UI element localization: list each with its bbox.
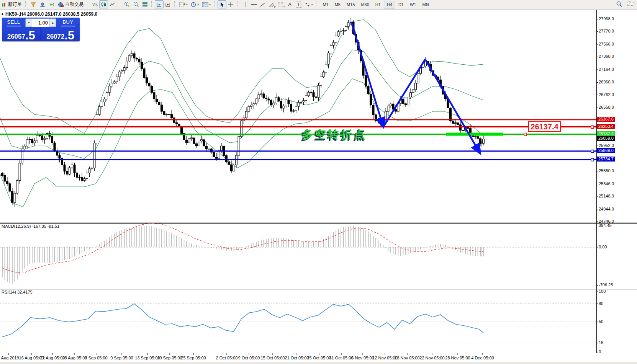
chart-annotation-text[interactable]: 多空转折点: [302, 127, 367, 142]
candle-body: [218, 150, 220, 158]
cursor-icon: [219, 2, 224, 7]
signals-button[interactable]: [47, 0, 56, 8]
period-button[interactable]: ▾: [189, 0, 200, 8]
candle-body: [171, 114, 173, 118]
candle-body: [377, 121, 379, 121]
chart-shift-button[interactable]: [164, 0, 172, 8]
tile-windows-button[interactable]: [141, 0, 149, 8]
cursor-button[interactable]: [218, 0, 226, 8]
volume-value[interactable]: 1.00: [32, 20, 49, 26]
candle-body: [216, 157, 218, 159]
timeframe-button-mn[interactable]: MN: [419, 1, 432, 8]
candle-body: [236, 155, 237, 165]
trend-line[interactable]: [351, 22, 383, 126]
candle-body: [36, 135, 38, 140]
bollinger-middle: [0, 50, 483, 158]
candle-body: [325, 64, 327, 72]
horizontal-line-button[interactable]: [249, 0, 259, 8]
text-button[interactable]: A: [285, 0, 294, 8]
candle-body: [16, 181, 18, 193]
level-handle[interactable]: [591, 150, 594, 153]
candle-body: [452, 121, 454, 124]
candle-body: [143, 69, 145, 77]
chat-icon[interactable]: [626, 1, 635, 7]
sell-price[interactable]: 26057.5: [2, 28, 41, 41]
level-handle[interactable]: [591, 126, 594, 129]
line-chart-button[interactable]: [108, 0, 117, 8]
candle-body: [201, 140, 203, 141]
level-handle[interactable]: [524, 133, 527, 136]
templates-button[interactable]: ▾: [200, 0, 212, 8]
candle-body: [138, 59, 140, 62]
candle-body: [93, 143, 95, 168]
candle-body: [51, 136, 53, 143]
candle-body: [111, 83, 113, 86]
candle-body: [318, 85, 319, 98]
candle-body: [203, 140, 205, 146]
history-center-button[interactable]: [29, 0, 38, 8]
text-label-button[interactable]: T: [294, 0, 303, 8]
indicators-button[interactable]: ▾: [178, 0, 189, 8]
candle-body: [253, 104, 255, 105]
timeframe-button-m15[interactable]: M15: [344, 1, 358, 8]
trend-line[interactable]: [425, 59, 480, 152]
crosshair-button[interactable]: [226, 0, 235, 8]
buy-button[interactable]: BUY: [56, 18, 80, 28]
volume-up-button[interactable]: ▲: [49, 19, 56, 27]
timeframe-button-h4[interactable]: H4: [384, 1, 395, 8]
rsi-indicator-label: RSI(14) 32.4175: [2, 290, 33, 294]
chart-canvas[interactable]: [0, 0, 637, 364]
toolbar-separator: [25, 1, 28, 8]
timeframe-button-h1[interactable]: H1: [372, 1, 384, 8]
candle-body: [81, 177, 83, 181]
new-order-label: 新订单: [8, 1, 22, 8]
fibonacci-button[interactable]: F: [276, 0, 285, 8]
candle-body: [263, 94, 265, 98]
bar-chart-button[interactable]: [90, 0, 99, 8]
sell-button[interactable]: SELL: [2, 18, 25, 28]
timeframe-button-d1[interactable]: D1: [395, 1, 407, 8]
candle-body: [345, 26, 347, 30]
candle-body: [7, 181, 8, 184]
candle-body: [293, 111, 295, 111]
toolbar-separator: [151, 1, 154, 8]
vertical-line-button[interactable]: [241, 0, 249, 8]
toolbar-separator: [119, 1, 121, 8]
timeframe-button-m5[interactable]: M5: [332, 1, 344, 8]
candlestick-chart-button[interactable]: [99, 0, 108, 8]
buy-price[interactable]: 26072.5: [41, 28, 80, 41]
candle-body: [455, 123, 457, 124]
volume-stepper: ▼ 1.00 ▲: [25, 18, 56, 27]
level-handle[interactable]: [591, 158, 594, 161]
candle-body: [248, 106, 250, 111]
buy-label: BUY: [62, 19, 73, 25]
candle-body: [483, 139, 485, 143]
trendline-button[interactable]: [259, 0, 267, 8]
zoom-out-button[interactable]: [131, 0, 141, 8]
price-axis-label: 25148.0: [599, 194, 614, 198]
timeframe-button-w1[interactable]: W1: [407, 1, 419, 8]
price-tag-label: 25869.0: [597, 148, 615, 153]
candle-body: [340, 31, 342, 32]
timeframe-button-m1[interactable]: M1: [319, 1, 331, 8]
search-icon[interactable]: [616, 1, 622, 7]
profile-button[interactable]: [38, 0, 47, 8]
arrows-button[interactable]: ▾: [303, 0, 314, 8]
bollinger-lower: [0, 79, 483, 207]
auto-trading-button[interactable]: 自动交易: [56, 0, 85, 8]
volume-down-button[interactable]: ▼: [26, 19, 32, 27]
auto-scroll-button[interactable]: [155, 0, 164, 8]
macd-axis-label: 394.45: [599, 223, 612, 228]
trend-line[interactable]: [383, 59, 425, 127]
zoom-in-button[interactable]: [122, 0, 131, 8]
macd-axis-label: 0.00: [599, 245, 607, 249]
price-axis-label: 24944.0: [599, 207, 614, 211]
highlight-bar[interactable]: [446, 133, 503, 136]
candle-body: [66, 171, 68, 175]
new-order-button[interactable]: 新订单: [0, 0, 23, 8]
timeframe-button-m30[interactable]: M30: [358, 1, 372, 8]
price-callout-box[interactable]: 26137.4: [528, 121, 561, 132]
channel-button[interactable]: E: [267, 0, 276, 8]
candle-body: [221, 146, 223, 150]
candle-body: [395, 109, 397, 111]
